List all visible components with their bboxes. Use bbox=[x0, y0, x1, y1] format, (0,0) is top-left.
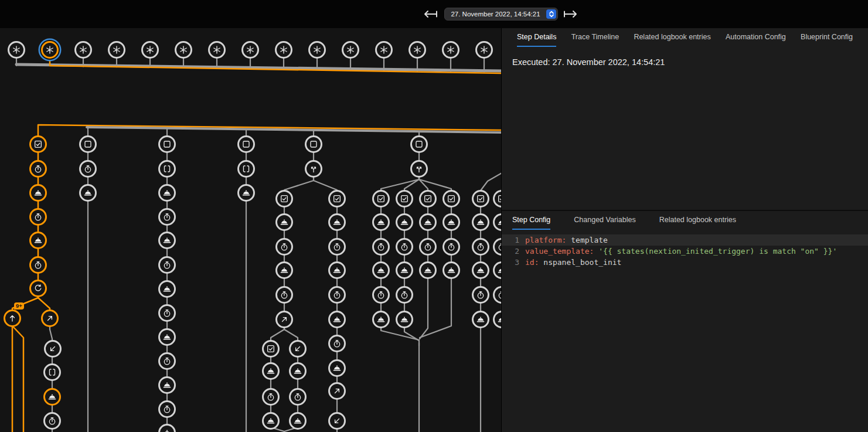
node-asterisk-icon[interactable] bbox=[375, 41, 393, 59]
node-timer-icon[interactable] bbox=[472, 286, 489, 304]
node-bell-icon[interactable] bbox=[158, 280, 176, 298]
node-cond-icon[interactable] bbox=[419, 190, 437, 208]
node-asterisk-icon[interactable] bbox=[175, 41, 192, 59]
node-asterisk-icon[interactable] bbox=[342, 41, 359, 59]
tab-related-logbook-entries[interactable]: Related logbook entries bbox=[659, 211, 736, 230]
node-timer-icon[interactable] bbox=[158, 304, 176, 322]
node-timer-icon[interactable] bbox=[442, 238, 460, 256]
node-timer-icon[interactable] bbox=[289, 388, 307, 406]
node-bell-icon[interactable] bbox=[289, 412, 307, 430]
node-timer-icon[interactable] bbox=[396, 286, 413, 304]
node-bell-icon[interactable] bbox=[396, 213, 413, 231]
node-timer-icon[interactable] bbox=[328, 335, 346, 352]
node-bell-icon[interactable] bbox=[472, 311, 489, 328]
node-ne-icon[interactable] bbox=[41, 309, 59, 327]
node-asterisk-icon[interactable] bbox=[208, 41, 226, 59]
node-timer-icon[interactable] bbox=[158, 208, 176, 226]
yaml-code-block[interactable]: 1platform: template2value_template: '{{ … bbox=[502, 230, 868, 268]
node-bell-icon[interactable] bbox=[328, 261, 346, 279]
node-timer-icon[interactable] bbox=[372, 286, 390, 304]
node-bell-icon[interactable] bbox=[289, 362, 307, 380]
node-bell-icon[interactable] bbox=[442, 261, 460, 279]
node-sw-icon[interactable] bbox=[328, 412, 346, 430]
node-bell-icon[interactable] bbox=[237, 184, 255, 202]
node-sw-icon[interactable] bbox=[289, 340, 307, 358]
node-bell-icon[interactable] bbox=[328, 311, 346, 328]
node-bell-icon[interactable] bbox=[262, 362, 280, 380]
node-square-icon[interactable] bbox=[410, 135, 428, 153]
node-cond-icon[interactable] bbox=[396, 190, 413, 208]
node-asterisk-icon[interactable] bbox=[475, 41, 493, 59]
node-asterisk-icon[interactable] bbox=[241, 41, 259, 59]
node-timer-icon[interactable] bbox=[158, 352, 176, 370]
tab-automation-config[interactable]: Automation Config bbox=[726, 28, 786, 47]
node-timer-icon[interactable] bbox=[262, 388, 280, 406]
node-bell-icon[interactable] bbox=[396, 311, 413, 328]
node-bell-icon[interactable] bbox=[372, 213, 390, 231]
node-bell-icon[interactable] bbox=[372, 311, 390, 328]
node-asterisk-icon[interactable] bbox=[308, 41, 326, 59]
run-select[interactable]: 27. November 2022, 14:54:21 bbox=[444, 8, 558, 21]
node-bell-icon[interactable] bbox=[29, 184, 47, 202]
node-repeat-icon[interactable] bbox=[29, 280, 47, 297]
node-cond-icon[interactable] bbox=[262, 340, 280, 358]
node-asterisk-icon[interactable] bbox=[41, 41, 59, 59]
node-cond-icon[interactable] bbox=[328, 190, 346, 208]
node-square-icon[interactable] bbox=[305, 135, 322, 153]
node-bell-icon[interactable] bbox=[328, 359, 346, 377]
node-asterisk-icon[interactable] bbox=[108, 41, 125, 59]
previous-run-button[interactable] bbox=[422, 9, 438, 19]
node-bell-icon[interactable] bbox=[29, 232, 47, 249]
node-timer-icon[interactable] bbox=[79, 160, 97, 178]
node-timer-icon[interactable] bbox=[419, 238, 437, 256]
node-bell-icon[interactable] bbox=[419, 261, 437, 279]
node-bell-icon[interactable] bbox=[158, 232, 176, 249]
node-split-icon[interactable] bbox=[410, 160, 428, 178]
node-asterisk-icon[interactable] bbox=[8, 41, 25, 59]
node-asterisk-icon[interactable] bbox=[442, 41, 459, 59]
node-cond-icon[interactable] bbox=[442, 190, 460, 208]
node-timer-icon[interactable] bbox=[158, 256, 176, 274]
node-timer-icon[interactable] bbox=[472, 238, 489, 256]
node-bell-icon[interactable] bbox=[262, 412, 280, 430]
node-bell-icon[interactable] bbox=[396, 261, 413, 279]
node-sw-icon[interactable] bbox=[44, 340, 62, 358]
node-cond-icon[interactable] bbox=[29, 135, 47, 153]
node-cond-icon[interactable] bbox=[275, 190, 293, 208]
node-brackets-icon[interactable] bbox=[43, 363, 61, 381]
node-brackets-icon[interactable] bbox=[158, 160, 176, 178]
node-bell-icon[interactable] bbox=[275, 261, 293, 279]
node-brackets-icon[interactable] bbox=[237, 160, 255, 178]
node-asterisk-icon[interactable] bbox=[409, 41, 426, 59]
node-timer-icon[interactable] bbox=[158, 400, 176, 418]
node-bell-icon[interactable] bbox=[419, 213, 437, 231]
node-ne-icon[interactable] bbox=[328, 382, 346, 400]
node-square-icon[interactable] bbox=[158, 135, 176, 153]
node-timer-icon[interactable] bbox=[328, 238, 346, 256]
node-timer-icon[interactable] bbox=[29, 256, 47, 274]
node-bell-icon[interactable] bbox=[158, 376, 176, 394]
tab-changed-variables[interactable]: Changed Variables bbox=[574, 211, 635, 230]
node-bell-icon[interactable] bbox=[328, 213, 346, 231]
node-bell-icon[interactable] bbox=[43, 388, 61, 406]
node-bell-icon[interactable] bbox=[442, 213, 460, 231]
node-square-icon[interactable] bbox=[237, 135, 255, 153]
node-cond-icon[interactable] bbox=[372, 190, 390, 208]
node-timer-icon[interactable] bbox=[43, 412, 61, 430]
node-timer-icon[interactable] bbox=[396, 238, 413, 256]
node-asterisk-icon[interactable] bbox=[141, 41, 159, 59]
node-timer-icon[interactable] bbox=[372, 238, 390, 256]
tab-related-logbook-entries[interactable]: Related logbook entries bbox=[634, 28, 710, 47]
next-run-button[interactable] bbox=[563, 9, 579, 19]
node-cond-icon[interactable] bbox=[472, 190, 489, 208]
node-up-icon[interactable] bbox=[4, 309, 21, 327]
node-asterisk-icon[interactable] bbox=[74, 41, 92, 59]
tab-step-details[interactable]: Step Details bbox=[517, 28, 556, 47]
node-bell-icon[interactable] bbox=[79, 184, 97, 202]
tab-trace-timeline[interactable]: Trace Timeline bbox=[571, 28, 619, 47]
node-square-icon[interactable] bbox=[79, 135, 97, 153]
node-bell-icon[interactable] bbox=[158, 328, 176, 346]
node-asterisk-icon[interactable] bbox=[275, 41, 292, 59]
node-bell-icon[interactable] bbox=[372, 261, 390, 279]
node-timer-icon[interactable] bbox=[275, 286, 293, 304]
